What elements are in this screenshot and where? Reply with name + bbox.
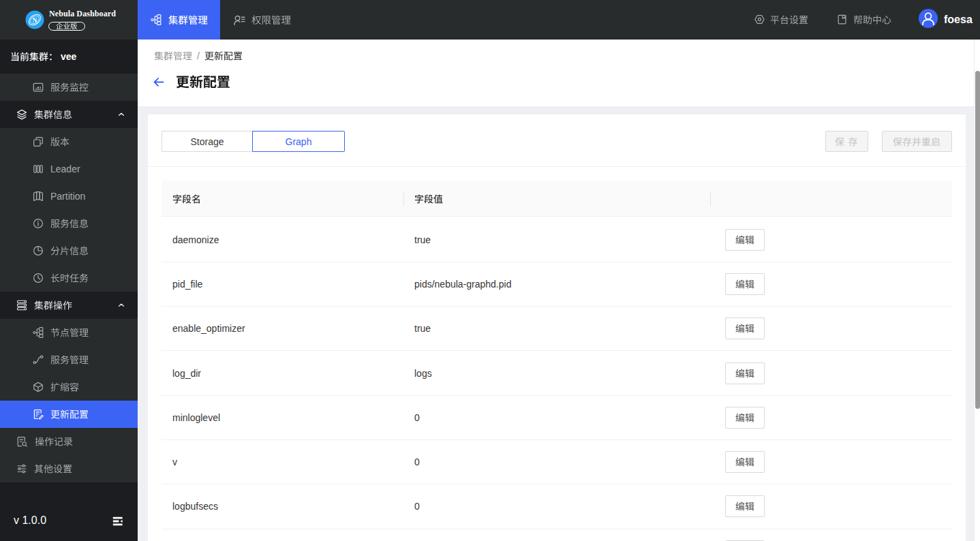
svg-text:N: N — [33, 16, 37, 23]
